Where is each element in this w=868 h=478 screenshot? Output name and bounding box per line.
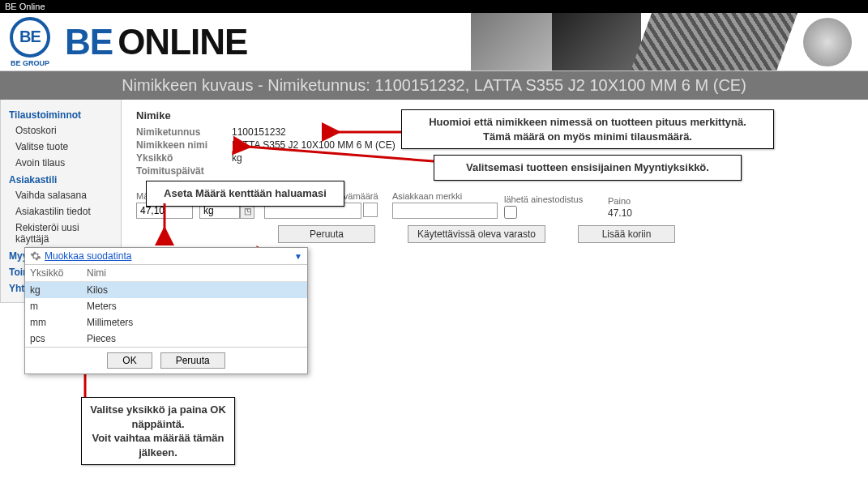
logo-group: BE BE GROUP [10, 17, 50, 67]
label-item-unit: Yksikkö [136, 152, 225, 164]
window-title: BE Online [0, 0, 868, 13]
brand-title-1: BE [65, 22, 113, 62]
unit-dropdown: Muokkaa suodatinta ▼ Yksikkö Nimi kgKilo… [24, 247, 308, 303]
sidebar-item-account-info[interactable]: Asiakastilin tiedot [1, 203, 121, 220]
label-item-days: Toimituspäivät [136, 165, 225, 177]
value-weight: 47.10 [608, 207, 673, 219]
value-item-code: 1100151232 [232, 126, 286, 138]
side-heading-account: Asiakastili [1, 171, 121, 187]
dropdown-col-unit: Yksikkö [30, 267, 87, 279]
header-decoration [479, 13, 868, 71]
cancel-button[interactable]: Peruuta [278, 225, 375, 243]
deco-plate-icon [471, 13, 560, 71]
sidebar-item-change-password[interactable]: Vaihda salasana [1, 187, 121, 203]
logo-icon: BE [10, 17, 50, 58]
deco-rebar-icon [631, 13, 797, 71]
sidebar-item-register-user[interactable]: Rekisteröi uusi käyttäjä [1, 220, 121, 247]
label-item-code: Nimiketunnus [136, 126, 225, 138]
dropdown-cell-name: Meters [87, 301, 117, 303]
page-subheader: Nimikkeen kuvaus - Nimiketunnus: 1100151… [0, 71, 868, 100]
value-item-name: LATTA S355 J2 10X100 MM 6 M (CE) [232, 139, 396, 151]
add-to-cart-button[interactable]: Lisää koriin [578, 225, 675, 243]
callout-name-length: Huomioi että nimikkeen nimessä on tuotte… [401, 109, 774, 149]
customer-mark-input[interactable] [392, 203, 498, 219]
calendar-icon[interactable] [363, 203, 378, 217]
value-item-unit: kg [232, 152, 242, 164]
chevron-down-icon[interactable]: ▼ [294, 252, 302, 261]
side-heading-orders: Tilaustoiminnot [1, 106, 121, 122]
list-icon: ◳ [244, 207, 251, 216]
logo-subtext: BE GROUP [10, 59, 50, 67]
label-send-certificate: lähetä ainestodistus [504, 194, 601, 204]
dropdown-table: kgKilos mMeters mmMillimeters pcsPieces [25, 282, 307, 303]
sidebar-item-select-product[interactable]: Valitse tuote [1, 139, 121, 155]
deco-tube-icon [552, 13, 641, 71]
sidebar-item-cart[interactable]: Ostoskori [1, 122, 121, 139]
dropdown-cell-name: Kilos [87, 284, 108, 296]
label-weight: Paino [608, 196, 673, 206]
dropdown-row[interactable]: mMeters [25, 298, 307, 303]
dropdown-row[interactable]: kgKilos [25, 282, 307, 298]
callout-primary-unit: Valitsemasi tuotteen ensisijainen Myynti… [434, 155, 742, 181]
send-certificate-checkbox[interactable] [504, 206, 517, 219]
deco-flange-icon [787, 13, 868, 71]
dropdown-col-name: Nimi [87, 267, 106, 279]
gear-icon [30, 250, 41, 262]
brand-title: BE ONLINE [65, 22, 247, 62]
dropdown-cell-unit: m [30, 301, 87, 303]
dropdown-cell-unit: kg [30, 284, 87, 296]
app-header: BE BE GROUP BE ONLINE [0, 13, 868, 71]
brand-title-2: ONLINE [118, 22, 247, 62]
sidebar-item-open-order[interactable]: Avoin tilaus [1, 155, 121, 171]
label-item-name: Nimikkeen nimi [136, 139, 225, 151]
callout-set-quantity: Aseta Määrä kenttään haluamasi [146, 181, 344, 207]
label-customer-mark: Asiakkaan merkki [392, 191, 498, 201]
edit-filter-link[interactable]: Muokkaa suodatinta [45, 250, 294, 262]
available-stock-button[interactable]: Käytettävissä oleva varasto [408, 225, 545, 243]
